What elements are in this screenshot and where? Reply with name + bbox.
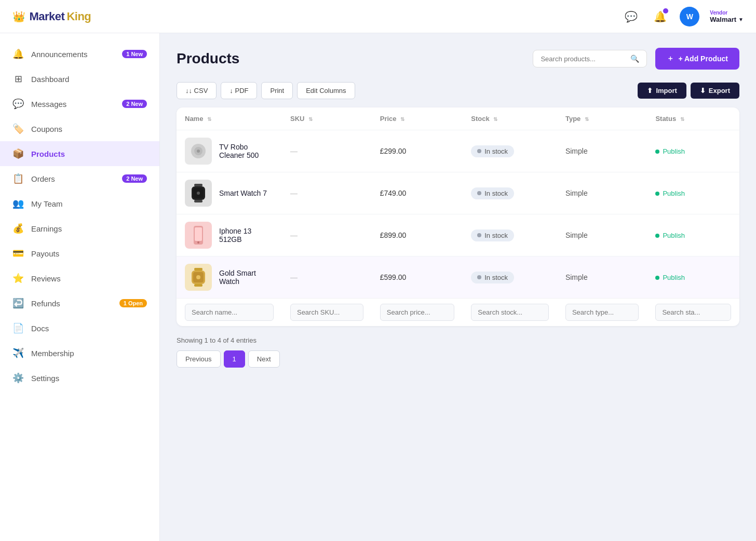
sidebar-item-myteam[interactable]: 👥 My Team	[0, 191, 159, 216]
column-price[interactable]: Price ⇅	[372, 107, 463, 130]
table-row[interactable]: Gold Smart Watch — £599.00 In stock Simp…	[177, 256, 739, 299]
sidebar-item-announcements[interactable]: 🔔 Announcements 1 New	[0, 42, 159, 66]
svg-rect-16	[194, 284, 203, 287]
logo-king: King	[66, 10, 91, 23]
product-status-cell: Publish	[647, 130, 739, 172]
chat-button[interactable]: 💬	[622, 7, 640, 26]
stock-label: In stock	[484, 190, 508, 197]
table-row[interactable]: Smart Watch 7 — £749.00 In stock Simple	[177, 172, 739, 214]
svg-point-19	[196, 275, 200, 279]
search-price-input[interactable]	[380, 304, 454, 321]
sidebar-item-coupons[interactable]: 🏷️ Coupons	[0, 116, 159, 141]
search-name-cell	[177, 299, 282, 327]
sidebar-item-label: Earnings	[31, 224, 147, 233]
product-type-cell: Simple	[557, 214, 647, 256]
chat-icon: 💬	[625, 10, 638, 23]
sidebar-item-membership[interactable]: ✈️ Membership	[0, 341, 159, 366]
previous-page-button[interactable]: Previous	[177, 350, 221, 368]
product-price-cell: £299.00	[372, 130, 463, 172]
product-name: Smart Watch 7	[219, 189, 267, 197]
status-label: Publish	[663, 190, 685, 197]
svg-point-9	[197, 192, 200, 195]
sidebar-item-label: Settings	[31, 374, 147, 383]
product-price-cell: £899.00	[372, 214, 463, 256]
product-image	[185, 222, 212, 249]
sort-icon: ⇅	[207, 116, 211, 122]
product-name-cell: Smart Watch 7	[177, 172, 282, 214]
product-sku-cell: —	[282, 172, 372, 214]
add-product-button[interactable]: ＋ + Add Product	[655, 48, 739, 70]
edit-columns-button[interactable]: Edit Columns	[297, 82, 355, 99]
csv-button[interactable]: ↓ ↓ CSV	[177, 82, 217, 99]
sidebar-item-dashboard[interactable]: ⊞ Dashboard	[0, 66, 159, 91]
sidebar-item-settings[interactable]: ⚙️ Settings	[0, 366, 159, 390]
product-image	[185, 138, 212, 165]
sidebar-item-products[interactable]: 📦 Products	[0, 141, 159, 166]
stock-badge: In stock	[471, 229, 514, 241]
sidebar-item-docs[interactable]: 📄 Docs	[0, 316, 159, 341]
column-stock[interactable]: Stock ⇅	[463, 107, 557, 130]
announcements-badge: 1 New	[122, 50, 147, 58]
search-price-cell	[372, 299, 463, 327]
avatar[interactable]: W	[680, 7, 699, 26]
messages-badge: 2 New	[122, 100, 147, 108]
search-name-input[interactable]	[185, 304, 274, 321]
search-icon: 🔍	[630, 55, 639, 63]
logo-market: Market	[30, 10, 65, 23]
sidebar-item-label: Messages	[31, 100, 115, 109]
product-status-cell: Publish	[647, 256, 739, 299]
product-stock-cell: In stock	[463, 172, 557, 214]
product-stock-cell: In stock	[463, 130, 557, 172]
import-button[interactable]: ⬆ Import	[638, 83, 686, 99]
search-type-input[interactable]	[565, 304, 639, 321]
status-label: Publish	[663, 147, 685, 155]
sidebar-item-label: Refunds	[31, 299, 112, 308]
column-status[interactable]: Status ⇅	[647, 107, 739, 130]
stock-dot	[477, 149, 481, 153]
earnings-icon: 💰	[12, 223, 24, 234]
sidebar-item-reviews[interactable]: ⭐ Reviews	[0, 266, 159, 291]
notification-badge	[663, 8, 668, 13]
search-row	[177, 299, 739, 327]
product-image	[185, 264, 212, 291]
pdf-button[interactable]: ↓ PDF	[221, 82, 257, 99]
export-button[interactable]: ⬇ Export	[691, 83, 739, 99]
page-header: Products 🔍 ＋ + Add Product	[177, 48, 739, 70]
svg-rect-12	[195, 227, 202, 241]
search-status-input[interactable]	[655, 304, 731, 321]
search-sku-input[interactable]	[290, 304, 363, 321]
sidebar-item-refunds[interactable]: ↩️ Refunds 1 Open	[0, 291, 159, 316]
stock-dot	[477, 233, 481, 237]
column-name[interactable]: Name ⇅	[177, 107, 282, 130]
product-type-cell: Simple	[557, 130, 647, 172]
table-row[interactable]: Iphone 13 512GB — £899.00 In stock Simpl…	[177, 214, 739, 256]
product-price: £749.00	[380, 189, 407, 197]
orders-icon: 📋	[12, 173, 24, 184]
print-button[interactable]: Print	[261, 82, 293, 99]
vendor-info[interactable]: Vendor Walmart ▼	[710, 10, 744, 23]
sidebar-item-payouts[interactable]: 💳 Payouts	[0, 241, 159, 266]
search-products-input[interactable]	[541, 55, 626, 63]
table-row[interactable]: TV Robo Cleaner 500 — £299.00 In stock S…	[177, 130, 739, 172]
table-header: Name ⇅ SKU ⇅ Price ⇅ Stock ⇅ Type ⇅	[177, 107, 739, 130]
table-body: TV Robo Cleaner 500 — £299.00 In stock S…	[177, 130, 739, 327]
next-page-button[interactable]: Next	[248, 350, 280, 368]
search-stock-input[interactable]	[471, 304, 549, 321]
column-sku[interactable]: SKU ⇅	[282, 107, 372, 130]
svg-rect-5	[194, 184, 203, 186]
svg-point-3	[197, 150, 200, 153]
page-1-button[interactable]: 1	[224, 350, 245, 368]
payouts-icon: 💳	[12, 248, 24, 259]
product-sku: —	[290, 189, 298, 197]
sidebar-item-earnings[interactable]: 💰 Earnings	[0, 216, 159, 241]
product-type: Simple	[565, 189, 588, 197]
refunds-icon: ↩️	[12, 297, 24, 309]
sidebar-item-orders[interactable]: 📋 Orders 2 New	[0, 166, 159, 191]
product-sku-cell: —	[282, 256, 372, 299]
sidebar-item-label: Announcements	[31, 50, 115, 59]
column-type[interactable]: Type ⇅	[557, 107, 647, 130]
notifications-button[interactable]: 🔔	[651, 7, 669, 26]
coupons-icon: 🏷️	[12, 123, 24, 134]
sidebar-item-messages[interactable]: 💬 Messages 2 New	[0, 91, 159, 116]
sort-icon: ⇅	[493, 116, 497, 122]
